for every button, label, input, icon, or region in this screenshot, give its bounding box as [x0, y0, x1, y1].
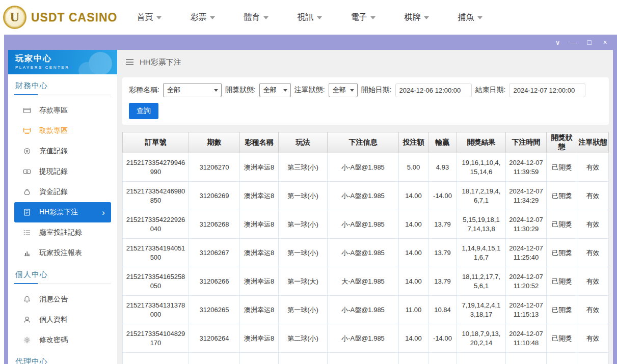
bets-table-card: 訂單號 期數 彩種名稱 玩法 下注信息 投注額 輸贏 開獎結果 下注時間 開獎狀…	[122, 132, 609, 364]
sidebar-item-label: 玩家投注報表	[39, 248, 82, 258]
table-cell: 已開獎	[547, 239, 577, 267]
table-cell: 小-A盤@1.985	[328, 182, 399, 210]
table-cell: 有效	[577, 267, 609, 296]
sidebar-item-deposit[interactable]: 存款專區	[14, 100, 111, 121]
sidebar-item-funds-record[interactable]: 資金記錄	[14, 182, 111, 202]
col-draw-result: 開獎結果	[457, 132, 506, 153]
coin-icon	[23, 147, 32, 155]
gear-icon	[23, 336, 32, 344]
start-date-input[interactable]	[395, 83, 472, 97]
draw-status-select[interactable]: 全部	[259, 83, 291, 97]
table-cell: 31206269	[189, 182, 240, 210]
lottery-name-select[interactable]: 全部	[163, 83, 222, 97]
table-cell: 有效	[577, 182, 609, 210]
maximize-button[interactable]: □	[581, 35, 597, 50]
sidebar-item-withdrawal-record[interactable]: 提現記錄	[14, 161, 111, 182]
table-cell: 第一球(大)	[279, 267, 328, 296]
sidebar-item-announcements[interactable]: 消息公告	[14, 289, 111, 310]
nav-item-video[interactable]: 視訊	[297, 12, 322, 23]
table-cell: 2024-12-07 11:15:13	[506, 296, 547, 324]
close-button[interactable]: ×	[597, 35, 613, 50]
table-cell: 31206264	[189, 324, 240, 353]
withdraw-card-icon	[23, 127, 32, 135]
collapse-button[interactable]: ∨	[550, 35, 566, 50]
table-cell: 31206265	[189, 296, 240, 324]
table-cell: 澳洲幸运8	[240, 153, 279, 182]
end-date-label: 結束日期:	[475, 86, 506, 95]
table-cell: 澳洲幸运8	[240, 182, 279, 210]
money-bag-icon	[23, 188, 32, 196]
table-cell: 2152173354222926040	[123, 210, 189, 239]
section-personal: 個人中心 消息公告 個人資料	[8, 270, 117, 350]
table-cell: 14.00	[399, 239, 428, 267]
minimize-button[interactable]: —	[566, 35, 581, 50]
table-cell: 2024-12-07 11:30:29	[506, 210, 547, 239]
menu-toggle-icon[interactable]	[125, 59, 134, 66]
table-cell: 10,18,7,9,13,20,2,14	[457, 324, 506, 353]
table-cell: 5.00	[399, 153, 428, 182]
col-play-type: 玩法	[279, 132, 328, 153]
main-content: HH彩票下注 彩種名稱: 全部 開獎狀態: 全部 注單狀態:	[117, 50, 613, 364]
table-row: 2152173354246980850 31206269 澳洲幸运8 第一球(小…	[123, 182, 609, 210]
table-row: 2152173354131378000 31206265 澳洲幸运8 第一球(小…	[123, 296, 609, 324]
table-cell: 澳洲幸运8	[240, 324, 279, 353]
col-issue: 期數	[189, 132, 240, 153]
sidebar-item-hh-lottery-bets[interactable]: HH彩票下注 ›	[14, 202, 111, 222]
table-cell: 小-A盤@1.985	[328, 239, 399, 267]
table-row: 2152173354104829170 31206264 澳洲幸运8 第二球(小…	[123, 324, 609, 353]
banknote-icon	[23, 167, 32, 176]
table-cell: 4.93	[428, 153, 457, 182]
nav-item-electronic[interactable]: 電子	[351, 12, 375, 23]
table-cell: 2024-12-07 11:34:29	[506, 182, 547, 210]
nav-label: 視訊	[297, 12, 313, 23]
table-cell: 有效	[577, 324, 609, 353]
table-cell: 澳洲幸运8	[240, 267, 279, 296]
nav-item-chess[interactable]: 棋牌	[404, 12, 429, 23]
section-agent: 代理中心	[8, 357, 117, 364]
sidebar-item-profile[interactable]: 個人資料	[14, 310, 111, 330]
table-cell: 2152173354165258050	[123, 267, 189, 296]
nav-item-sports[interactable]: 體育	[244, 12, 269, 23]
nav-item-lottery[interactable]: 彩票	[190, 12, 215, 23]
sidebar-item-label: 個人資料	[39, 315, 68, 324]
sidebar-item-label: 存款專區	[39, 106, 68, 115]
col-bet-time: 下注時間	[506, 132, 547, 153]
table-cell: 大-A盤@1.985	[328, 267, 399, 296]
site-navbar: U USDT CASINO 首頁 彩票 體育 視訊 電子 棋牌 捕魚	[0, 0, 617, 35]
sidebar-item-change-password[interactable]: 修改密碼	[14, 330, 111, 350]
sidebar-item-player-bet-report[interactable]: 玩家投注報表	[14, 243, 111, 263]
table-cell: 第三球(小)	[279, 153, 328, 182]
table-cell: 7,19,14,2,4,13,18,17	[457, 296, 506, 324]
table-cell: 1,14,9,4,15,11,6,7	[457, 239, 506, 267]
sidebar-item-hall-bet-record[interactable]: 廳室投註記錄	[14, 222, 111, 243]
nav-item-home[interactable]: 首頁	[137, 12, 162, 23]
sidebar-item-label: 充值記錄	[39, 147, 68, 156]
draw-status-label: 開獎狀態:	[225, 86, 256, 95]
end-date-input[interactable]	[509, 83, 585, 97]
table-cell: 14.00	[399, 210, 428, 239]
dropdown-caret-icon	[283, 89, 287, 92]
table-cell: 18,11,2,17,7,5,6,1	[457, 267, 506, 296]
deposit-card-icon	[23, 106, 32, 115]
col-win-loss: 輸贏	[428, 132, 457, 153]
select-value: 全部	[167, 86, 180, 95]
table-cell: 澳洲幸运8	[240, 239, 279, 267]
chevron-down-icon	[424, 16, 429, 19]
dropdown-caret-icon	[350, 89, 354, 92]
nav-item-fishing[interactable]: 捕魚	[458, 12, 482, 23]
table-cell: 11.00	[399, 296, 428, 324]
order-status-label: 注單狀態:	[294, 86, 325, 95]
table-row: 2152173354279946990 31206270 澳洲幸运8 第三球(小…	[123, 153, 609, 182]
order-status-select[interactable]: 全部	[329, 83, 358, 97]
section-title-personal: 個人中心	[14, 270, 111, 284]
nav-label: 體育	[244, 12, 260, 23]
table-cell: 13.79	[428, 239, 457, 267]
col-order-id: 訂單號	[123, 132, 189, 153]
table-cell: 有效	[577, 296, 609, 324]
search-button[interactable]: 查詢	[129, 103, 158, 119]
site-logo[interactable]: U USDT CASINO	[3, 6, 117, 29]
table-cell: 31206267	[189, 239, 240, 267]
sidebar-item-withdraw[interactable]: 取款專區	[14, 121, 111, 141]
sidebar-item-recharge-record[interactable]: 充值記錄	[14, 141, 111, 161]
player-center-window: ∨ — □ × 玩家中心 PLAYERS CENTER 財務中心 存款專區	[4, 35, 617, 364]
